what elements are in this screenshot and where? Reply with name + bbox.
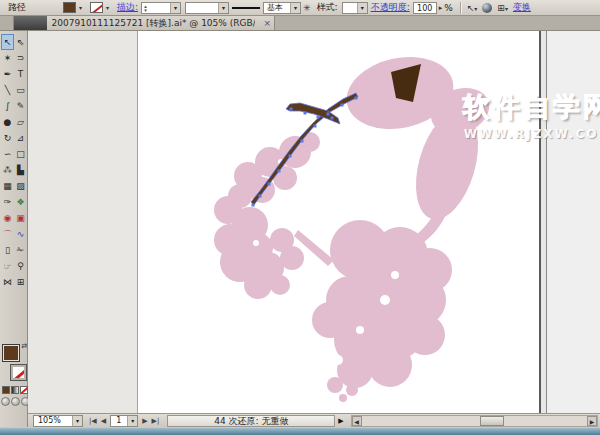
zoom-level-value: 105% xyxy=(34,416,61,425)
rectangle-tool[interactable]: ▭ xyxy=(14,82,27,98)
warp-tool[interactable]: ∽ xyxy=(1,146,14,162)
blob-brush-tool[interactable]: ● xyxy=(1,114,14,130)
window-bottom-edge xyxy=(0,427,600,435)
watermark-title: 软件自学网 xyxy=(448,89,600,125)
swap-fill-stroke-icon[interactable]: ⇄ xyxy=(21,342,27,350)
artboard-number-value: 1 xyxy=(111,416,121,425)
direct-selection-tool[interactable]: ⇖ xyxy=(14,34,27,50)
screen-mode-normal-button[interactable] xyxy=(1,397,10,406)
brush-dropdown-icon[interactable]: ▾ xyxy=(290,3,300,13)
magic-wand-tool[interactable]: ✶ xyxy=(1,50,14,66)
stroke-swatch-dropdown-icon[interactable]: ▾ xyxy=(103,2,112,13)
tools-grid: ↖ ⇖ ✶ ⊃ ✒ T ╲ ▭ ∫ ✎ ● ▱ ↻ ⊿ ∽ □ ⁂ ▙ ▦ ▨ … xyxy=(1,34,27,290)
document-canvas[interactable]: 软件自学网 WWW.RJZXW.COM xyxy=(28,31,600,413)
first-artboard-button[interactable]: |◀ xyxy=(87,417,99,425)
paint-mode-buttons xyxy=(2,386,28,394)
opacity-input[interactable]: 100 xyxy=(413,2,437,14)
width-profile-dropdown-icon[interactable]: ▾ xyxy=(218,3,228,13)
previous-artboard-button[interactable]: ◀ xyxy=(99,417,108,425)
document-title: 2007910111125721 [转换].ai* @ 105% (RGB/预览… xyxy=(52,17,256,30)
scrollbar-thumb[interactable] xyxy=(480,416,504,426)
scale-tool[interactable]: ⊿ xyxy=(14,130,27,146)
fill-color-swatch[interactable] xyxy=(63,2,76,13)
align-options-icon[interactable]: ⊞▾ xyxy=(495,3,510,13)
gradient-mode-button[interactable] xyxy=(11,386,19,394)
artboard-tool[interactable]: ▯ xyxy=(1,242,14,258)
status-options-icon[interactable]: ▶ xyxy=(335,417,346,425)
spiral-tool[interactable]: ∿ xyxy=(14,226,27,242)
color-mode-button[interactable] xyxy=(2,386,10,394)
symbol-sprayer-tool[interactable]: ⁂ xyxy=(1,162,14,178)
artboard-number-combo[interactable]: 1 ▾ xyxy=(110,415,138,427)
zoom-tool[interactable]: ⚲ xyxy=(14,258,27,274)
status-bar: 105% ▾ |◀ ◀ 1 ▾ ▶ ▶| 44 次还原: 无重做 ▶ ◀ ▶ xyxy=(28,413,600,427)
watermark-url: WWW.RJZXW.COM xyxy=(448,127,600,141)
arc-tool[interactable]: ⌒ xyxy=(1,226,14,242)
live-paint-bucket-tool[interactable]: ◉ xyxy=(1,210,14,226)
tab-strip-dark-block xyxy=(14,16,47,30)
paintbrush-tool[interactable]: ∫ xyxy=(1,98,14,114)
hand-tool[interactable]: ☞ xyxy=(1,258,14,274)
horizontal-scrollbar[interactable]: ◀ ▶ xyxy=(351,415,598,427)
width-profile-combo[interactable]: ▾ xyxy=(185,2,229,14)
opacity-link[interactable]: 不透明度: xyxy=(368,1,413,14)
stroke-weight-combo[interactable]: ▴▾ ▾ xyxy=(141,2,181,14)
opacity-spinner-icon[interactable]: ▸ xyxy=(437,4,445,12)
eyedropper-tool[interactable]: ✑ xyxy=(1,194,14,210)
zoom-level-combo[interactable]: 105% ▾ xyxy=(33,415,83,427)
percent-label: % xyxy=(444,3,457,13)
tab-close-icon[interactable]: × xyxy=(260,18,274,28)
screen-mode-buttons xyxy=(1,397,30,406)
stroke-weight-spinner-icon[interactable]: ▴▾ xyxy=(142,4,149,12)
illustrator-window: 路径 ▾ ▾ 描边: ▴▾ ▾ ▾ 基本 ▾ ✳ 样式: ▾ 不透明度: 100… xyxy=(0,0,600,435)
toolbox-stroke-swatch[interactable] xyxy=(11,365,26,380)
type-tool[interactable]: T xyxy=(14,66,27,82)
toolbox-fill-swatch[interactable] xyxy=(2,344,20,362)
artboard-dropdown-icon[interactable]: ▾ xyxy=(127,416,137,426)
stroke-color-swatch[interactable] xyxy=(90,2,103,13)
slice-tool[interactable]: ✁ xyxy=(14,242,27,258)
line-segment-tool[interactable]: ╲ xyxy=(1,82,14,98)
rotate-tool[interactable]: ↻ xyxy=(1,130,14,146)
next-artboard-button[interactable]: ▶ xyxy=(140,417,149,425)
stroke-weight-dropdown-icon[interactable]: ▾ xyxy=(170,3,180,13)
transform-link[interactable]: 变换 xyxy=(510,1,534,14)
eraser-tool[interactable]: ▱ xyxy=(14,114,27,130)
select-similar-icon[interactable]: ↖▾ xyxy=(465,3,480,13)
free-transform-tool[interactable]: □ xyxy=(14,146,27,162)
shape-builder-tool[interactable]: ⋈ xyxy=(1,274,14,290)
separator xyxy=(460,2,462,14)
brush-definition-combo[interactable]: 基本 ▾ xyxy=(263,2,301,14)
fill-stroke-block: ⇄ xyxy=(2,344,26,382)
stroke-panel-link[interactable]: 描边: xyxy=(114,1,141,14)
style-dropdown-icon[interactable]: ▾ xyxy=(357,3,367,13)
perspective-grid-tool[interactable]: ⊞ xyxy=(14,274,27,290)
recolor-artwork-icon[interactable] xyxy=(482,3,492,13)
control-bar: 路径 ▾ ▾ 描边: ▴▾ ▾ ▾ 基本 ▾ ✳ 样式: ▾ 不透明度: 100… xyxy=(0,0,600,16)
scroll-right-icon[interactable]: ▶ xyxy=(587,416,597,426)
lasso-tool[interactable]: ⊃ xyxy=(14,50,27,66)
document-tab[interactable]: 2007910111125721 [转换].ai* @ 105% (RGB/预览… xyxy=(13,16,275,30)
screen-mode-fullscreen-menu-button[interactable] xyxy=(11,397,20,406)
tools-panel: ↖ ⇖ ✶ ⊃ ✒ T ╲ ▭ ∫ ✎ ● ▱ ↻ ⊿ ∽ □ ⁂ ▙ ▦ ▨ … xyxy=(0,31,28,427)
fill-swatch-dropdown-icon[interactable]: ▾ xyxy=(76,2,85,13)
style-label: 样式: xyxy=(313,1,342,14)
pen-tool[interactable]: ✒ xyxy=(1,66,14,82)
none-mode-button[interactable] xyxy=(20,386,28,394)
live-paint-selection-tool[interactable]: ▣ xyxy=(14,210,27,226)
selection-type-label: 路径 xyxy=(0,1,60,14)
blend-tool[interactable]: ❖ xyxy=(14,194,27,210)
document-tab-bar: 2007910111125721 [转换].ai* @ 105% (RGB/预览… xyxy=(0,16,600,31)
brush-definition-value: 基本 xyxy=(264,2,283,13)
scroll-left-icon[interactable]: ◀ xyxy=(352,416,362,426)
column-graph-tool[interactable]: ▙ xyxy=(14,162,27,178)
zoom-dropdown-icon[interactable]: ▾ xyxy=(72,416,82,426)
mesh-tool[interactable]: ▦ xyxy=(1,178,14,194)
scale-strokes-icon[interactable]: ✳ xyxy=(301,3,313,13)
pencil-tool[interactable]: ✎ xyxy=(14,98,27,114)
last-artboard-button[interactable]: ▶| xyxy=(150,417,162,425)
brush-stroke-preview xyxy=(232,7,260,9)
style-combo[interactable]: ▾ xyxy=(342,2,368,14)
gradient-tool[interactable]: ▨ xyxy=(14,178,27,194)
selection-tool[interactable]: ↖ xyxy=(1,34,14,50)
